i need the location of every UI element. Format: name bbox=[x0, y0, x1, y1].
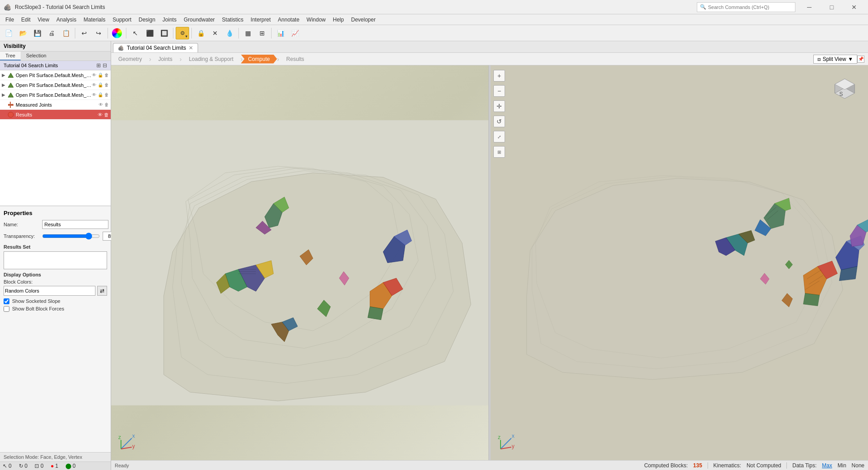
tab-selection[interactable]: Selection bbox=[21, 52, 52, 60]
zoom-in-button[interactable]: + bbox=[493, 70, 505, 82]
split-view-icon: ⧈ bbox=[817, 56, 821, 62]
menu-materials[interactable]: Materials bbox=[80, 16, 109, 24]
toolbar-redo[interactable]: ↪ bbox=[92, 27, 105, 39]
tree-item[interactable]: ▶ Open Pit Surface.Default.Mesh_ext... 👁… bbox=[0, 80, 111, 90]
lock-icon[interactable]: 🔒 bbox=[98, 92, 103, 97]
data-tips-min[interactable]: Min bbox=[838, 462, 846, 469]
rotate-button[interactable]: ↺ bbox=[493, 116, 505, 127]
eye-icon[interactable]: 👁 bbox=[98, 112, 103, 117]
shuffle-button[interactable]: ⇄ bbox=[97, 286, 107, 296]
toolbar-select-arrow[interactable]: ↖ bbox=[129, 27, 142, 39]
toolbar-3d-rotate[interactable]: 🔲 bbox=[157, 27, 171, 39]
toolbar-clipboard[interactable]: 📋 bbox=[59, 27, 73, 39]
tab-tree[interactable]: Tree bbox=[0, 52, 21, 60]
menu-design[interactable]: Design bbox=[135, 16, 159, 24]
wf-arrow3: › bbox=[241, 56, 243, 63]
tab-close-button[interactable]: ✕ bbox=[189, 45, 193, 51]
menu-file[interactable]: File bbox=[2, 16, 17, 24]
eye-icon[interactable]: 👁 bbox=[99, 102, 103, 107]
wf-step-loading[interactable]: Loading & Support bbox=[181, 55, 240, 64]
search-box[interactable]: 🔍 bbox=[697, 2, 795, 12]
split-view-button[interactable]: ⧈ Split View ▼ bbox=[813, 55, 857, 64]
menu-developer[interactable]: Developer bbox=[347, 16, 379, 24]
search-input[interactable] bbox=[708, 4, 780, 10]
toolbar-undo[interactable]: ↩ bbox=[78, 27, 91, 39]
split-view-pin-button[interactable]: 📌 bbox=[857, 56, 864, 63]
toolbar-lock[interactable]: 🔒 bbox=[194, 27, 207, 39]
pan-button[interactable]: ✛ bbox=[493, 100, 505, 112]
expand-icon: ▶ bbox=[2, 82, 7, 87]
menu-view[interactable]: View bbox=[34, 16, 53, 24]
menu-edit[interactable]: Edit bbox=[17, 16, 34, 24]
toolbar-grid1[interactable]: ▦ bbox=[241, 27, 255, 39]
eye-icon[interactable]: 👁 bbox=[92, 92, 96, 97]
tree-item-label: Open Pit Surface.Default.Mesh_ext... bbox=[16, 92, 92, 98]
tree-item[interactable]: ▶ Open Pit Surface.Default.Mesh_ext... 👁… bbox=[0, 90, 111, 100]
toolbar-cross[interactable]: ✕ bbox=[208, 27, 222, 39]
status-icon-4: ⬤ 0 bbox=[65, 463, 76, 469]
svg-marker-7 bbox=[164, 173, 471, 401]
toolbar-new[interactable]: 📄 bbox=[2, 27, 15, 39]
menu-statistics[interactable]: Statistics bbox=[218, 16, 247, 24]
delete-icon[interactable]: 🗑 bbox=[104, 112, 109, 117]
menu-window[interactable]: Window bbox=[303, 16, 329, 24]
block-colors-select[interactable]: Random Colors Solid Color By Joint Set B… bbox=[4, 286, 95, 296]
menu-analysis[interactable]: Analysis bbox=[53, 16, 80, 24]
toolbar-grid2[interactable]: ⊞ bbox=[255, 27, 269, 39]
tree-collapse-icon[interactable]: ⊟ bbox=[103, 62, 107, 69]
toolbar-print[interactable]: 🖨 bbox=[45, 27, 58, 39]
wf-step-geometry[interactable]: Geometry bbox=[115, 55, 149, 64]
menu-interpret[interactable]: Interpret bbox=[247, 16, 274, 24]
menu-groundwater[interactable]: Groundwater bbox=[180, 16, 218, 24]
name-input[interactable] bbox=[42, 220, 108, 229]
menu-help[interactable]: Help bbox=[329, 16, 348, 24]
left-compass: x y z bbox=[117, 435, 135, 454]
toolbar-open[interactable]: 📂 bbox=[16, 27, 30, 39]
clip-button[interactable]: ⊞ bbox=[493, 146, 505, 158]
data-tips-none[interactable]: None bbox=[851, 462, 864, 469]
right-viewport[interactable]: + − ✛ ↺ ⤢ ⊞ bbox=[491, 65, 868, 460]
menu-annotate[interactable]: Annotate bbox=[274, 16, 303, 24]
menu-joints[interactable]: Joints bbox=[159, 16, 180, 24]
delete-icon[interactable]: 🗑 bbox=[104, 102, 109, 107]
toolbar-save[interactable]: 💾 bbox=[30, 27, 44, 39]
maximize-button[interactable]: □ bbox=[821, 0, 842, 14]
eye-icon[interactable]: 👁 bbox=[92, 82, 96, 87]
tree-item[interactable]: Measured Joints 👁 🗑 bbox=[0, 100, 111, 110]
toolbar-color-wheel[interactable] bbox=[110, 27, 124, 39]
wf-step-results[interactable]: Results bbox=[279, 55, 311, 64]
toolbar-droplet[interactable]: 💧 bbox=[223, 27, 236, 39]
eye-icon[interactable]: 👁 bbox=[92, 73, 96, 78]
show-bolt-block-forces-checkbox[interactable] bbox=[4, 306, 9, 312]
svg-text:z: z bbox=[118, 435, 121, 440]
lock-icon[interactable]: 🔒 bbox=[98, 82, 103, 87]
menu-support[interactable]: Support bbox=[109, 16, 135, 24]
toolbar-chart1[interactable]: 📊 bbox=[274, 27, 287, 39]
left-viewport[interactable]: x y z bbox=[111, 65, 489, 460]
delete-icon[interactable]: 🗑 bbox=[104, 82, 109, 87]
toolbar-compute-active[interactable]: ⚙ ▼ bbox=[176, 27, 189, 39]
wf-step-joints[interactable]: Joints bbox=[151, 55, 179, 64]
tree-expand-icon[interactable]: ⊞ bbox=[96, 62, 101, 69]
tree-item[interactable]: ▶ Open Pit Surface.Default.Mesh_ext... 👁… bbox=[0, 70, 111, 80]
data-tips-max[interactable]: Max bbox=[822, 462, 832, 469]
split-view-dropdown[interactable]: ▼ bbox=[848, 56, 853, 62]
show-bolt-block-forces-row: Show Bolt Block Forces bbox=[4, 306, 107, 312]
close-button[interactable]: ✕ bbox=[844, 0, 864, 14]
toolbar-box-select[interactable]: ⬛ bbox=[143, 27, 156, 39]
transparency-slider[interactable] bbox=[42, 233, 100, 240]
fit-view-button[interactable]: ⤢ bbox=[493, 131, 505, 142]
delete-icon[interactable]: 🗑 bbox=[104, 73, 109, 78]
tree-item-results[interactable]: Results 👁 🗑 bbox=[0, 110, 111, 120]
toolbar-chart2[interactable]: 📈 bbox=[288, 27, 302, 39]
lock-icon[interactable]: 🔒 bbox=[98, 73, 103, 78]
zoom-out-button[interactable]: − bbox=[493, 85, 505, 97]
tab-tutorial[interactable]: 🪨 Tutorial 04 Search Limits ✕ bbox=[113, 43, 198, 52]
delete-icon[interactable]: 🗑 bbox=[104, 92, 109, 97]
kinematics-value: Not Computed bbox=[747, 462, 781, 469]
wf-step-compute[interactable]: Compute bbox=[241, 55, 277, 64]
cube-widget[interactable]: S bbox=[830, 71, 859, 99]
show-socketed-slope-checkbox[interactable] bbox=[4, 298, 9, 304]
right-area: 🪨 Tutorial 04 Search Limits ✕ Geometry ›… bbox=[111, 41, 868, 470]
minimize-button[interactable]: ─ bbox=[799, 0, 820, 14]
